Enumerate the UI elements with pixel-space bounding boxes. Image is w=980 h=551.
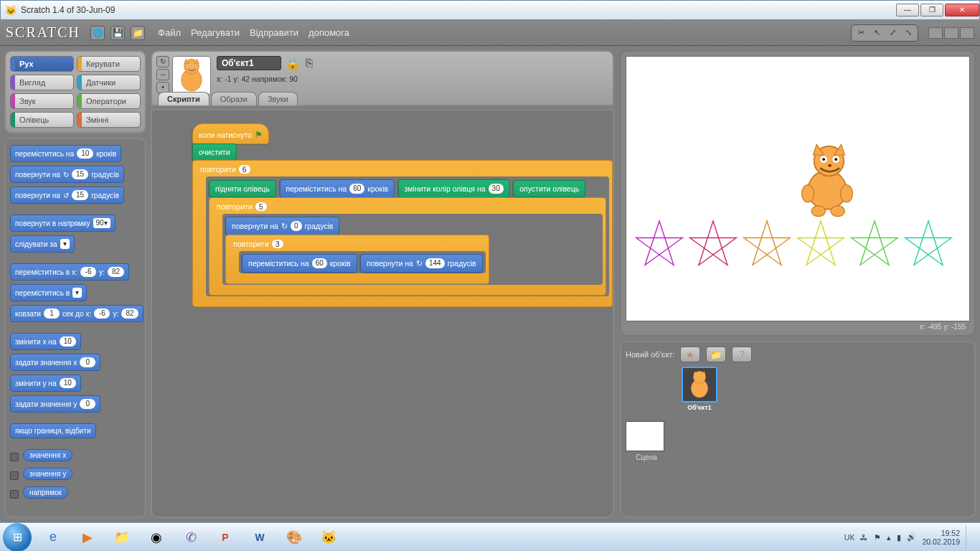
palette-glide[interactable]: ковзати1сек до x:-6y:82 bbox=[10, 305, 143, 322]
menu-file[interactable]: Файл bbox=[158, 27, 181, 38]
taskbar-word-icon[interactable]: W bbox=[244, 526, 275, 549]
shrink-icon[interactable]: ⤡ bbox=[901, 27, 915, 39]
palette-goto-xy[interactable]: переміститись в x:-6y:82 bbox=[10, 263, 129, 281]
taskbar-scratch-icon[interactable]: 🐱 bbox=[313, 526, 344, 549]
sprite-thumb[interactable] bbox=[172, 56, 211, 95]
menu-help[interactable]: допомога bbox=[308, 27, 349, 38]
block-repeat-5[interactable]: повторити5 повернути на↻0градусів повтор… bbox=[209, 197, 606, 296]
rotate-style-lr-icon[interactable]: ↔ bbox=[156, 69, 169, 80]
category-оператори[interactable]: Оператори bbox=[77, 93, 141, 109]
taskbar-ie-icon[interactable]: e bbox=[37, 526, 69, 549]
folder-icon[interactable]: 📁 bbox=[131, 26, 145, 40]
block-clear[interactable]: очистити bbox=[192, 143, 237, 161]
maximize-button[interactable]: ❐ bbox=[920, 4, 943, 17]
block-change-pen-color[interactable]: змінити колір олівця на30 bbox=[398, 179, 510, 198]
block-pen-down[interactable]: опустити олівець bbox=[513, 180, 585, 197]
category-олівець[interactable]: Олівець bbox=[10, 112, 74, 128]
block-move-60[interactable]: переміститись на60кроків bbox=[280, 179, 395, 198]
globe-icon[interactable]: 🌐 bbox=[90, 26, 105, 40]
minimize-button[interactable]: — bbox=[896, 4, 919, 17]
category-датчики[interactable]: Датчики bbox=[77, 75, 141, 90]
block-turn-0[interactable]: повернути на↻0градусів bbox=[225, 217, 339, 235]
tray-volume-icon[interactable]: 🔊 bbox=[907, 532, 916, 542]
system-tray: UK 🖧 ⚑ ▴ ▮ 🔊 19:52 20.02.2019 bbox=[844, 526, 977, 549]
view-small[interactable] bbox=[928, 27, 943, 39]
sprite-name-field[interactable]: Об'єкт1 bbox=[217, 56, 281, 70]
taskbar-viber-icon[interactable]: ✆ bbox=[175, 526, 207, 549]
palette-reporter[interactable]: значення x bbox=[10, 449, 141, 465]
category-рух[interactable]: Рух bbox=[10, 56, 74, 72]
tray-network-icon[interactable]: 🖧 bbox=[860, 533, 868, 542]
taskbar-wmp-icon[interactable]: ▶ bbox=[72, 526, 103, 549]
taskbar-powerpoint-icon[interactable]: P bbox=[209, 526, 241, 549]
category-керувати[interactable]: Керувати bbox=[77, 56, 141, 72]
block-pen-up[interactable]: підняти олівець bbox=[209, 180, 276, 197]
palette-point-dir[interactable]: повернути в напрямку90▾ bbox=[10, 215, 116, 232]
grow-icon[interactable]: ⤢ bbox=[885, 27, 900, 39]
taskbar-paint-icon[interactable]: 🎨 bbox=[278, 526, 310, 549]
tab-sounds[interactable]: Звуки bbox=[258, 92, 298, 105]
tray-flag-icon[interactable]: ⚑ bbox=[874, 533, 881, 542]
block-turn-144[interactable]: повернути на↻144градусів bbox=[360, 254, 483, 273]
stamp-icon[interactable]: ✂ bbox=[854, 27, 868, 39]
close-button[interactable]: ✕ bbox=[945, 4, 979, 17]
block-repeat-6[interactable]: повторити6 підняти олівець переміститись… bbox=[192, 160, 613, 307]
block-when-flag[interactable]: коли натиснуто ⚑ bbox=[192, 123, 269, 144]
tab-scripts[interactable]: Скрипти bbox=[158, 92, 209, 105]
palette-point-towards[interactable]: слідувати за▾ bbox=[10, 235, 75, 253]
stage-thumb[interactable]: Сцена bbox=[626, 421, 667, 461]
palette-bounce[interactable]: якщо границя, відбити bbox=[10, 423, 96, 438]
menu-edit[interactable]: Редагувати bbox=[191, 27, 240, 38]
lock-icon[interactable]: 🔒 bbox=[286, 57, 300, 70]
view-present[interactable] bbox=[960, 27, 974, 39]
tab-costumes[interactable]: Образи bbox=[211, 92, 257, 105]
sprite-list-item-label: Об'єкт1 bbox=[687, 404, 712, 411]
new-sprite-surprise-icon[interactable]: ？ bbox=[732, 347, 752, 362]
stage-star bbox=[741, 218, 795, 276]
pointer-icon[interactable]: ↖ bbox=[870, 27, 884, 39]
save-icon[interactable]: 💾 bbox=[110, 26, 125, 40]
palette-change-y[interactable]: змінити y на10 bbox=[10, 375, 81, 392]
category-звук[interactable]: Звук bbox=[10, 93, 74, 109]
export-icon[interactable]: ⎘ bbox=[306, 57, 313, 70]
palette-set-y[interactable]: задати значення y0 bbox=[10, 395, 100, 413]
category-grid: РухКеруватиВиглядДатчикиЗвукОператориОлі… bbox=[4, 50, 146, 133]
stage-sprite-cat[interactable] bbox=[791, 139, 863, 221]
category-змінні[interactable]: Змінні bbox=[77, 112, 141, 128]
palette-reporter[interactable]: напрямок bbox=[10, 486, 141, 502]
tray-clock[interactable]: 19:52 20.02.2019 bbox=[922, 529, 960, 546]
rotate-style-full-icon[interactable]: ↻ bbox=[156, 56, 169, 67]
taskbar-explorer-icon[interactable]: 📁 bbox=[106, 526, 138, 549]
script-area[interactable]: коли натиснуто ⚑ очистити повторити6 під… bbox=[151, 109, 614, 518]
svg-marker-23 bbox=[744, 221, 791, 265]
tray-battery-icon[interactable]: ▮ bbox=[897, 533, 901, 542]
os-window-titlebar: 🐱 Scratch 1.4 of 30-Jun-09 — ❐ ✕ bbox=[0, 0, 980, 20]
category-вигляд[interactable]: Вигляд bbox=[10, 75, 74, 90]
tray-chevron-up-icon[interactable]: ▴ bbox=[887, 533, 891, 542]
start-button[interactable]: ⊞ bbox=[3, 523, 32, 552]
script-stack[interactable]: коли натиснуто ⚑ очистити повторити6 під… bbox=[192, 123, 613, 306]
stage[interactable] bbox=[626, 56, 970, 321]
palette-reporter[interactable]: значення y bbox=[10, 468, 141, 484]
menu-share[interactable]: Відправити bbox=[250, 27, 298, 38]
palette-move-steps[interactable]: переміститись на10кроків bbox=[10, 145, 121, 162]
palette-set-x[interactable]: задати значення x0 bbox=[10, 354, 100, 371]
block-repeat-3[interactable]: повторити3 переміститись на60кроків пове… bbox=[225, 235, 489, 284]
tray-lang[interactable]: UK bbox=[844, 533, 855, 542]
palette-change-x[interactable]: змінити x на10 bbox=[10, 333, 81, 350]
block-move-60b[interactable]: переміститись на60кроків bbox=[242, 254, 357, 273]
sprite-header: ↻ ↔ • Об'єкт1 🔒 ⎘ bbox=[151, 50, 614, 106]
new-sprite-paint-icon[interactable]: ★ bbox=[680, 347, 700, 362]
svg-marker-25 bbox=[852, 221, 898, 265]
palette-turn-ccw[interactable]: повернути на↺15градусів bbox=[10, 187, 124, 204]
new-sprite-file-icon[interactable]: 📁 bbox=[706, 347, 726, 362]
palette-turn-cw[interactable]: повернути на↻15градусів bbox=[10, 166, 124, 183]
taskbar-chrome-icon[interactable]: ◉ bbox=[141, 526, 172, 549]
svg-marker-22 bbox=[690, 221, 737, 265]
view-normal[interactable] bbox=[944, 27, 958, 39]
show-desktop-button[interactable] bbox=[966, 526, 973, 549]
sprite-list-item-selected[interactable]: Об'єкт1 bbox=[679, 367, 720, 411]
cat-icon bbox=[791, 139, 863, 218]
svg-marker-21 bbox=[636, 221, 683, 265]
palette-goto[interactable]: переміститись в▾ bbox=[10, 284, 87, 301]
